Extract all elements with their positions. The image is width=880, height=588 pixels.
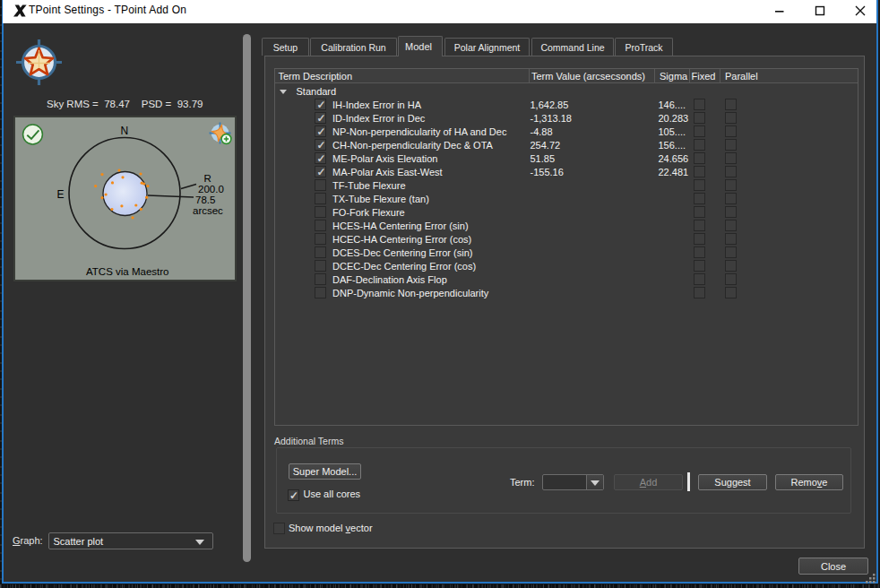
svg-text:ATCS via Maestro: ATCS via Maestro [86,266,168,277]
svg-text:78.5: 78.5 [195,195,215,205]
svg-text:E: E [57,188,65,201]
svg-text:200.0: 200.0 [198,184,224,195]
svg-text:arcsec: arcsec [193,205,223,216]
svg-text:N: N [121,125,129,137]
svg-text:R: R [204,173,211,184]
